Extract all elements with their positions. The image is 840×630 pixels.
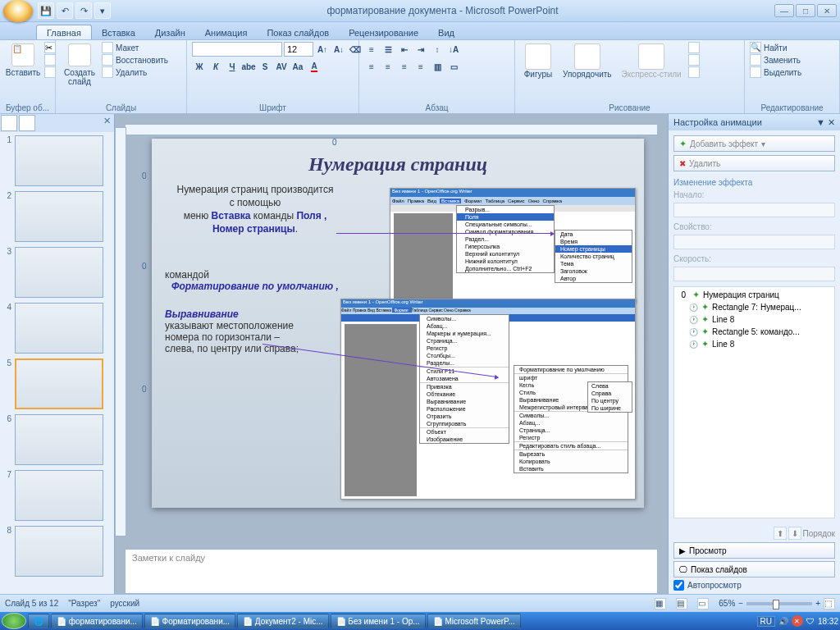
slide-thumbnail[interactable]: 7	[3, 470, 111, 521]
tab-review[interactable]: Рецензирование	[339, 25, 428, 39]
shape-fill-icon[interactable]	[688, 42, 700, 53]
shrink-font-icon[interactable]: A↓	[331, 42, 346, 57]
grow-font-icon[interactable]: A↑	[315, 42, 330, 57]
select-button[interactable]: Выделить	[750, 66, 801, 78]
language-indicator[interactable]: RU	[757, 616, 775, 627]
line-spacing-icon[interactable]: ↕	[430, 42, 445, 57]
tray-alert-icon[interactable]: ✕	[792, 615, 803, 627]
tab-insert[interactable]: Вставка	[92, 25, 145, 39]
cut-icon[interactable]: ✂	[44, 42, 56, 53]
align-center-icon[interactable]: ≡	[381, 59, 395, 74]
move-down-icon[interactable]: ⬇	[788, 527, 801, 540]
animation-item[interactable]: 🕐✦Rectangle 7: Нумерац...	[676, 301, 833, 313]
shadow-button[interactable]: S	[258, 59, 272, 74]
taskbar-item[interactable]: 📄 Форматировани...	[144, 614, 235, 628]
case-button[interactable]: Aa	[290, 59, 305, 74]
tray-icon[interactable]: 🛡	[806, 617, 815, 626]
maximize-button[interactable]: □	[796, 4, 815, 17]
taskbar-item[interactable]: 📄 Microsoft PowerP...	[427, 614, 521, 628]
slide-canvas[interactable]: 0 0 0 0 Нумерация страниц Нумерация стра…	[152, 139, 644, 508]
find-button[interactable]: 🔍Найти	[750, 42, 801, 53]
align-justify-icon[interactable]: ≡	[413, 59, 428, 74]
tab-view[interactable]: Вид	[428, 25, 464, 39]
view-slideshow-icon[interactable]: ▭	[697, 598, 709, 609]
preview-button[interactable]: ▶ Просмотр	[673, 542, 835, 559]
indent-inc-icon[interactable]: ⇥	[413, 42, 428, 57]
animation-item[interactable]: 🕐✦Line 8	[676, 338, 833, 350]
shapes-button[interactable]: Фигуры	[520, 42, 556, 80]
tab-animation[interactable]: Анимация	[195, 25, 258, 39]
zoom-control[interactable]: 65% −+ ⬚	[719, 598, 835, 609]
taskbar-item[interactable]: 📄 форматировани...	[51, 614, 143, 628]
text-direction-icon[interactable]: ↓A	[446, 42, 461, 57]
strike-button[interactable]: abe	[241, 59, 256, 74]
indent-dec-icon[interactable]: ⇤	[397, 42, 412, 57]
align-left-icon[interactable]: ≡	[364, 59, 379, 74]
paste-button[interactable]: 📋Вставить	[5, 42, 41, 79]
taskbar-item[interactable]: 📄 Документ2 - Mic...	[237, 614, 328, 628]
replace-button[interactable]: Заменить	[750, 54, 801, 66]
slide-thumbnail[interactable]: 2	[3, 191, 111, 242]
font-size-input[interactable]	[284, 42, 313, 57]
taskbar-quicklaunch[interactable]: 🌐	[28, 614, 49, 628]
tab-home[interactable]: Главная	[36, 25, 92, 39]
slide-thumbnail[interactable]: 5	[3, 358, 111, 409]
remove-effect-button[interactable]: ✖Удалить	[673, 155, 835, 171]
shape-effects-icon[interactable]	[688, 66, 700, 78]
format-painter-icon[interactable]	[44, 66, 56, 78]
italic-button[interactable]: К	[208, 59, 223, 74]
align-right-icon[interactable]: ≡	[397, 59, 412, 74]
slideshow-button[interactable]: 🖵 Показ слайдов	[673, 561, 835, 578]
redo-icon[interactable]: ↷	[75, 2, 92, 19]
quick-styles-button[interactable]: Экспресс-стили	[619, 42, 685, 80]
move-up-icon[interactable]: ⬆	[774, 527, 787, 540]
start-button[interactable]	[2, 613, 26, 629]
anim-property-select[interactable]	[673, 235, 835, 249]
slides-tab[interactable]	[1, 115, 17, 131]
font-name-input[interactable]	[192, 42, 282, 57]
font-color-button[interactable]: A	[307, 59, 322, 74]
autopreview-checkbox[interactable]: Автопросмотр	[673, 580, 835, 591]
restore-button[interactable]: Восстановить	[102, 54, 168, 66]
delete-button[interactable]: Удалить	[102, 66, 168, 78]
shape-outline-icon[interactable]	[688, 54, 700, 66]
anim-start-select[interactable]	[673, 203, 835, 217]
copy-icon[interactable]	[44, 54, 56, 66]
qat-more-icon[interactable]: ▾	[94, 2, 111, 19]
bullets-icon[interactable]: ≡	[364, 42, 379, 57]
anim-pane-dropdown-icon[interactable]: ▼ ✕	[816, 117, 835, 128]
animation-item[interactable]: 🕐✦Rectangle 5: командо...	[676, 326, 833, 338]
notes-pane[interactable]: Заметки к слайду	[125, 549, 658, 594]
add-effect-button[interactable]: ✦Добавить эффект ▾	[673, 135, 835, 152]
new-slide-button[interactable]: Создать слайд	[61, 42, 98, 88]
bold-button[interactable]: Ж	[192, 59, 207, 74]
tab-design[interactable]: Дизайн	[145, 25, 195, 39]
animation-list[interactable]: 0✦Нумерация страниц🕐✦Rectangle 7: Нумера…	[673, 286, 835, 518]
minimize-button[interactable]: —	[774, 4, 794, 17]
close-button[interactable]: ✕	[817, 4, 837, 17]
animation-item[interactable]: 0✦Нумерация страниц	[676, 289, 833, 301]
view-normal-icon[interactable]: ▦	[655, 598, 666, 609]
numbering-icon[interactable]: ☰	[381, 42, 395, 57]
view-sorter-icon[interactable]: ▤	[676, 598, 687, 609]
spacing-button[interactable]: AV	[274, 59, 289, 74]
slide-thumbnail[interactable]: 8	[3, 526, 111, 577]
slide-thumbnail[interactable]: 3	[3, 247, 111, 298]
columns-icon[interactable]: ▥	[430, 59, 445, 74]
slide-thumbnail[interactable]: 4	[3, 303, 111, 354]
office-button[interactable]	[3, 0, 33, 22]
taskbar-item[interactable]: 📄 Без имени 1 - Op...	[331, 614, 426, 628]
animation-item[interactable]: 🕐✦Line 8	[676, 313, 833, 326]
arrange-button[interactable]: Упорядочить	[559, 42, 615, 80]
layout-button[interactable]: Макет	[102, 42, 168, 53]
tab-slideshow[interactable]: Показ слайдов	[257, 25, 339, 39]
tray-icon[interactable]: 🔊	[778, 617, 788, 626]
outline-tab[interactable]	[19, 115, 35, 131]
close-panel-icon[interactable]: ✕	[100, 114, 114, 132]
fit-icon[interactable]: ⬚	[824, 598, 835, 609]
slide-thumbnail[interactable]: 6	[3, 414, 111, 465]
underline-button[interactable]: Ч	[225, 59, 240, 74]
anim-speed-select[interactable]	[673, 267, 835, 281]
smartart-icon[interactable]: ▭	[446, 59, 461, 74]
slide-thumbnail[interactable]: 1	[3, 135, 111, 186]
